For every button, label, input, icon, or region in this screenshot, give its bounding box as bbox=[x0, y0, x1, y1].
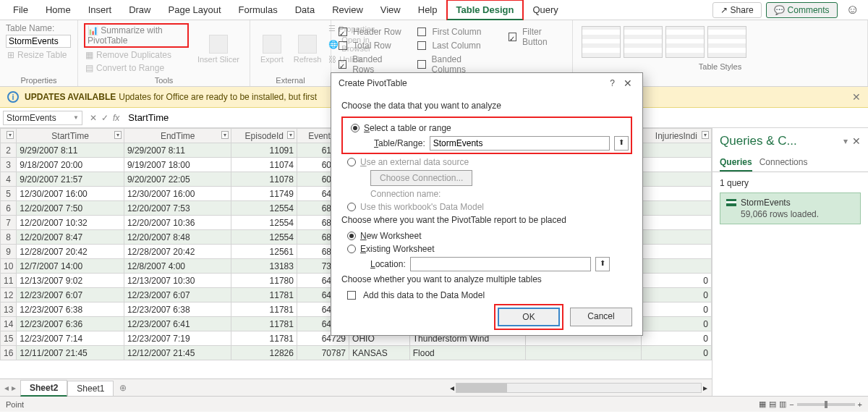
cell[interactable]: 12/20/2007 7:50 bbox=[17, 201, 124, 216]
cell[interactable]: 12/20/2007 7:53 bbox=[124, 201, 231, 216]
row-number[interactable]: 5 bbox=[1, 187, 17, 201]
cancel-formula-icon[interactable]: ✕ bbox=[90, 113, 97, 123]
cell[interactable]: 0 bbox=[641, 288, 711, 302]
view-normal-icon[interactable]: ▦ bbox=[759, 399, 766, 409]
select-all-corner[interactable] bbox=[1, 129, 17, 143]
comments-button[interactable]: 💬 Comments bbox=[766, 2, 838, 18]
hscroll-right-icon[interactable]: ▸ bbox=[703, 383, 707, 393]
cell[interactable]: 11781 bbox=[231, 288, 297, 302]
cell[interactable]: KANSAS bbox=[349, 346, 410, 360]
row-number[interactable]: 15 bbox=[1, 331, 17, 346]
cell[interactable]: Flood bbox=[409, 346, 525, 360]
cell[interactable] bbox=[641, 158, 711, 172]
cell[interactable]: 9/19/2007 18:00 bbox=[124, 158, 231, 172]
range-picker-button[interactable]: ⬆ bbox=[614, 136, 629, 151]
row-number[interactable]: 14 bbox=[1, 317, 17, 331]
add-to-model-check[interactable]: Add this data to the Data Model bbox=[347, 290, 632, 300]
remove-duplicates-button[interactable]: ▦ Remove Duplicates bbox=[84, 49, 189, 61]
queries-tab[interactable]: Queries bbox=[720, 154, 752, 172]
row-number[interactable]: 3 bbox=[1, 158, 17, 172]
select-range-radio[interactable]: Select a table or range bbox=[351, 123, 629, 133]
cell[interactable] bbox=[641, 216, 711, 230]
summarize-pivottable-button[interactable]: 📊 Summarize with PivotTable bbox=[84, 23, 189, 48]
cell[interactable]: 12826 bbox=[231, 346, 297, 360]
cell[interactable]: 0 bbox=[641, 331, 711, 346]
cell[interactable]: 12/30/2007 16:00 bbox=[124, 187, 231, 201]
ok-button[interactable]: OK bbox=[498, 308, 560, 326]
cell[interactable]: 9/18/2007 20:00 bbox=[17, 158, 124, 172]
cell[interactable]: 12/20/2007 8:47 bbox=[17, 230, 124, 245]
dialog-help-button[interactable]: ? bbox=[604, 78, 621, 88]
feedback-icon[interactable]: ☺ bbox=[842, 2, 864, 17]
connections-tab[interactable]: Connections bbox=[760, 154, 808, 172]
tab-home[interactable]: Home bbox=[37, 1, 80, 19]
cell[interactable]: 12/23/2007 7:14 bbox=[17, 331, 124, 346]
cell[interactable]: 12/11/2007 21:45 bbox=[17, 346, 124, 360]
table-range-input[interactable] bbox=[430, 136, 610, 151]
sheet-nav-last-icon[interactable]: ▸ bbox=[12, 383, 16, 393]
accept-formula-icon[interactable]: ✓ bbox=[101, 113, 109, 123]
total-row-check[interactable]: Total Row bbox=[337, 40, 403, 51]
cell[interactable]: 0 bbox=[641, 317, 711, 331]
export-button[interactable]: Export bbox=[256, 23, 288, 75]
cell[interactable]: 12/23/2007 6:07 bbox=[124, 288, 231, 302]
cell[interactable]: 12/23/2007 6:41 bbox=[124, 317, 231, 331]
cell[interactable]: 11074 bbox=[231, 158, 297, 172]
cell[interactable]: 11781 bbox=[231, 317, 297, 331]
column-header[interactable]: EndTime bbox=[124, 129, 231, 143]
cell[interactable]: 11749 bbox=[231, 187, 297, 201]
cell[interactable]: 12/23/2007 6:07 bbox=[17, 288, 124, 302]
location-input[interactable] bbox=[410, 257, 591, 271]
zoom-slider[interactable] bbox=[797, 403, 855, 406]
cell[interactable]: 11780 bbox=[231, 274, 297, 288]
column-header[interactable]: StartTime bbox=[17, 129, 124, 143]
cell[interactable]: 12/8/2007 4:00 bbox=[124, 259, 231, 274]
dialog-close-button[interactable]: ✕ bbox=[621, 77, 635, 89]
pane-close-button[interactable]: ✕ bbox=[852, 135, 861, 147]
row-number[interactable]: 4 bbox=[1, 172, 17, 187]
cell[interactable]: 9/20/2007 22:05 bbox=[124, 172, 231, 187]
cell[interactable]: 11091 bbox=[231, 143, 297, 158]
cell[interactable] bbox=[641, 143, 711, 158]
location-picker-button[interactable]: ⬆ bbox=[595, 257, 610, 271]
table-style-thumb[interactable] bbox=[624, 26, 663, 58]
cell[interactable]: 12/20/2007 8:48 bbox=[124, 230, 231, 245]
row-number[interactable]: 11 bbox=[1, 274, 17, 288]
row-number[interactable]: 6 bbox=[1, 201, 17, 216]
cell[interactable]: 9/29/2007 8:11 bbox=[17, 143, 124, 158]
cell[interactable]: 9/29/2007 8:11 bbox=[124, 143, 231, 158]
tab-file[interactable]: File bbox=[4, 1, 37, 19]
tab-query[interactable]: Query bbox=[524, 1, 566, 19]
cell[interactable]: 12/23/2007 7:19 bbox=[124, 331, 231, 346]
name-box[interactable]: StormEvents ▼ bbox=[3, 111, 82, 125]
cell[interactable] bbox=[641, 245, 711, 259]
tab-view[interactable]: View bbox=[372, 1, 409, 19]
cell[interactable] bbox=[641, 259, 711, 274]
cell[interactable]: 0 bbox=[641, 302, 711, 317]
cell[interactable] bbox=[641, 172, 711, 187]
table-name-input[interactable] bbox=[6, 35, 71, 48]
add-sheet-button[interactable]: ⊕ bbox=[114, 381, 132, 395]
zoom-in-button[interactable]: + bbox=[858, 400, 862, 409]
row-number[interactable]: 13 bbox=[1, 302, 17, 317]
tab-data[interactable]: Data bbox=[286, 1, 323, 19]
cell[interactable]: 11078 bbox=[231, 172, 297, 187]
cancel-button[interactable]: Cancel bbox=[570, 308, 632, 326]
share-button[interactable]: ↗ Share bbox=[712, 2, 762, 18]
cell[interactable]: 12/13/2007 10:30 bbox=[124, 274, 231, 288]
cell[interactable]: 12/13/2007 9:02 bbox=[17, 274, 124, 288]
cell[interactable]: 11781 bbox=[231, 331, 297, 346]
cell[interactable]: 9/20/2007 21:57 bbox=[17, 172, 124, 187]
new-worksheet-radio[interactable]: New Worksheet bbox=[347, 231, 632, 241]
cell[interactable] bbox=[525, 346, 641, 360]
sheet-tab-sheet2[interactable]: Sheet2 bbox=[20, 380, 67, 397]
tab-help[interactable]: Help bbox=[409, 1, 446, 19]
row-number[interactable]: 7 bbox=[1, 216, 17, 230]
cell[interactable]: 0 bbox=[641, 274, 711, 288]
sheet-nav-first-icon[interactable]: ◂ bbox=[4, 383, 9, 393]
pane-menu-icon[interactable]: ▾ bbox=[839, 136, 852, 146]
table-styles-gallery[interactable] bbox=[579, 23, 861, 61]
row-number[interactable]: 8 bbox=[1, 230, 17, 245]
cell[interactable]: 13183 bbox=[231, 259, 297, 274]
table-style-thumb[interactable] bbox=[665, 26, 705, 58]
